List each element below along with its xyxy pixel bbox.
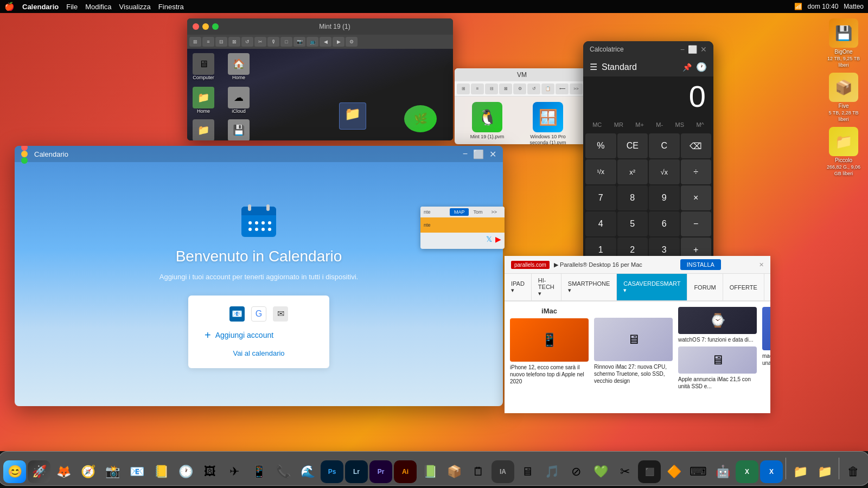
- menu-file[interactable]: File: [66, 3, 78, 11]
- calc-inv-btn[interactable]: ¹/x: [585, 159, 616, 184]
- dock-safari[interactable]: 🧭: [76, 460, 99, 483]
- dock-finder[interactable]: 😊: [3, 460, 26, 483]
- vm-toolbar-btn-1[interactable]: ⊞: [457, 84, 470, 94]
- calc-mc-btn[interactable]: MC: [590, 120, 604, 129]
- cal-expand-ctrl[interactable]: ⬜: [473, 149, 484, 159]
- calc-mode-pin-icon[interactable]: 📌: [682, 63, 692, 72]
- calc-8-btn[interactable]: 8: [617, 185, 648, 210]
- notif-tab-map[interactable]: MAP: [450, 208, 469, 216]
- calc-backspace-btn[interactable]: ⌫: [681, 133, 712, 158]
- dock-premiere[interactable]: Pr: [369, 460, 392, 483]
- cal-add-account-btn[interactable]: + Aggiungi account: [205, 329, 313, 342]
- article-card-watchos[interactable]: ⌚ watchOS 7: funzioni e data di...: [678, 307, 757, 343]
- mint-minimize-btn[interactable]: [202, 23, 209, 30]
- webpage-ad-close-btn[interactable]: ✕: [759, 261, 764, 268]
- mint-maximize-btn[interactable]: [212, 23, 219, 30]
- mint-tb-btn-9[interactable]: 📷: [293, 37, 305, 47]
- dock-outlook[interactable]: 📧: [125, 460, 148, 483]
- dock-clock[interactable]: 🕐: [174, 460, 197, 483]
- cal-close-ctrl[interactable]: ✕: [489, 149, 496, 159]
- mint-tb-btn-5[interactable]: ↺: [241, 37, 253, 47]
- calc-5-btn[interactable]: 5: [617, 211, 648, 236]
- dock-firefox[interactable]: 🦊: [52, 460, 75, 483]
- youtube-icon[interactable]: ▶: [495, 235, 501, 243]
- mint-tb-btn-2[interactable]: ≡: [202, 37, 214, 47]
- apple-menu[interactable]: 🍎: [4, 2, 15, 11]
- dock-illustrator[interactable]: Ai: [394, 460, 417, 483]
- calc-6-btn[interactable]: 6: [649, 211, 680, 236]
- dock-app-green[interactable]: 💚: [589, 460, 612, 483]
- notif-tab-more[interactable]: >>: [487, 208, 501, 216]
- dock-whatsapp[interactable]: 📞: [272, 460, 295, 483]
- calc-7-btn[interactable]: 7: [585, 185, 616, 210]
- mint-tb-btn-1[interactable]: ⊞: [189, 37, 201, 47]
- mint-icon-home2[interactable]: 📁 Home: [193, 87, 214, 114]
- dock-excel-blue[interactable]: X: [760, 460, 783, 483]
- vm-toolbar-btn-7[interactable]: 📋: [541, 84, 554, 94]
- twitter-icon[interactable]: 𝕏: [486, 235, 492, 243]
- dock-keyboard[interactable]: ⌨: [687, 460, 710, 483]
- vm-toolbar-btn-9[interactable]: >>: [570, 84, 583, 94]
- mint-vm-content[interactable]: 🖥 Computer 🏠 Home 📁 Home ☁ iCloud 📁 BigO…: [187, 49, 453, 140]
- mint-icon-icloud[interactable]: ☁ iCloud: [228, 87, 250, 114]
- dock-telegram[interactable]: ✈: [223, 460, 246, 483]
- calc-sq-btn[interactable]: x²: [617, 159, 648, 184]
- dock-photoshop[interactable]: Ps: [321, 460, 343, 483]
- calc-4-btn[interactable]: 4: [585, 211, 616, 236]
- mint-tb-btn-3[interactable]: ⊟: [215, 37, 227, 47]
- calc-close-btn[interactable]: ✕: [700, 45, 707, 54]
- calc-sub-btn[interactable]: −: [681, 211, 712, 236]
- mint-icon-home[interactable]: 🏠 Home: [228, 53, 250, 80]
- mint-tb-btn-7[interactable]: 🎙: [267, 37, 279, 47]
- dock-screens[interactable]: 🖥: [516, 460, 539, 483]
- dock-ia-writer[interactable]: IA: [492, 460, 514, 483]
- vm-item-windows[interactable]: 🪟 Windows 10 Pro seconda (1).pvm: [521, 102, 575, 144]
- menu-finestra[interactable]: Finestra: [158, 3, 184, 11]
- desktop-icon-bigone[interactable]: 💾 BigOne12 TB, 9,25 TB liberi: [825, 18, 863, 68]
- mint-tb-btn-4[interactable]: ⊠: [228, 37, 240, 47]
- calc-mul-btn[interactable]: ×: [681, 185, 712, 210]
- calc-sqrt-btn[interactable]: √x: [649, 159, 680, 184]
- dock-excel-green[interactable]: X: [736, 460, 758, 483]
- nav-offerte[interactable]: OFFERTE: [723, 274, 764, 300]
- calc-9-btn[interactable]: 9: [649, 185, 680, 210]
- calc-div-btn[interactable]: ÷: [681, 159, 712, 184]
- dock-photos2[interactable]: 🖼: [199, 460, 221, 483]
- active-app-name[interactable]: Calendario: [22, 3, 59, 11]
- vm-item-mint[interactable]: 🐧 Mint 19 (1).pvm: [460, 102, 514, 144]
- article-card-iphone12[interactable]: 📱 iPhone 12, ecco come sarà il nuovo tel…: [510, 318, 589, 385]
- notif-tab-tom[interactable]: Tom: [469, 208, 487, 216]
- desktop-icon-five[interactable]: 📦 Five5 TB, 2,28 TB liberi: [825, 73, 863, 123]
- nav-forum[interactable]: FORUM: [687, 274, 723, 300]
- dock-dropbox[interactable]: 📦: [443, 460, 465, 483]
- dock-trash[interactable]: 🗑: [842, 460, 865, 483]
- calc-percent-btn[interactable]: %: [585, 133, 616, 158]
- article-card-imac27[interactable]: 🖥 Rinnovo iMac 27: nuova CPU, schermo Tr…: [594, 318, 673, 384]
- mint-icon-piccolo[interactable]: 💾 Piccolo: [228, 119, 250, 140]
- menubar-user[interactable]: Matteo: [844, 3, 864, 10]
- calc-restore-btn[interactable]: ⬜: [688, 45, 697, 54]
- dock-edge[interactable]: 🌊: [296, 460, 319, 483]
- calc-mexp-btn[interactable]: M^: [694, 120, 706, 129]
- install-button[interactable]: INSTALLA: [680, 259, 721, 270]
- vm-toolbar-btn-3[interactable]: ⊟: [485, 84, 498, 94]
- cal-minimize-ctrl[interactable]: −: [463, 149, 468, 159]
- nav-smartphone[interactable]: SMARTPHONE ▾: [561, 274, 617, 300]
- dock-parallels[interactable]: ⊘: [565, 460, 588, 483]
- desktop-icon-piccolo[interactable]: 📁 Piccolo266,82 G., 9,06 GB liberi: [825, 127, 863, 177]
- webpage-search-icon[interactable]: 🔍: [764, 274, 770, 300]
- dock-folder-2[interactable]: 📁: [813, 460, 836, 483]
- mint-tb-btn-6[interactable]: ✂: [254, 37, 266, 47]
- mint-tb-btn-8[interactable]: □: [280, 37, 292, 47]
- mint-tb-btn-13[interactable]: ⚙: [346, 37, 358, 47]
- calc-minimize-btn[interactable]: −: [680, 45, 685, 54]
- cal-go-calendar-link[interactable]: Vai al calendario: [205, 349, 313, 357]
- dock-contacts[interactable]: 📒: [150, 460, 173, 483]
- dock-terminal[interactable]: ⬛: [638, 460, 661, 483]
- article-card-imac215[interactable]: 🖥 Apple annuncia iMac 21,5 con unità SSD…: [678, 346, 757, 390]
- dock-app1[interactable]: 🗒: [467, 460, 490, 483]
- dock-music[interactable]: 🎵: [540, 460, 563, 483]
- calc-c-btn[interactable]: C: [649, 133, 680, 158]
- article-card-catalina[interactable]: 💻 macOS Catalina: come creare una chiave…: [762, 307, 770, 367]
- mint-tb-btn-12[interactable]: ▶: [333, 37, 344, 47]
